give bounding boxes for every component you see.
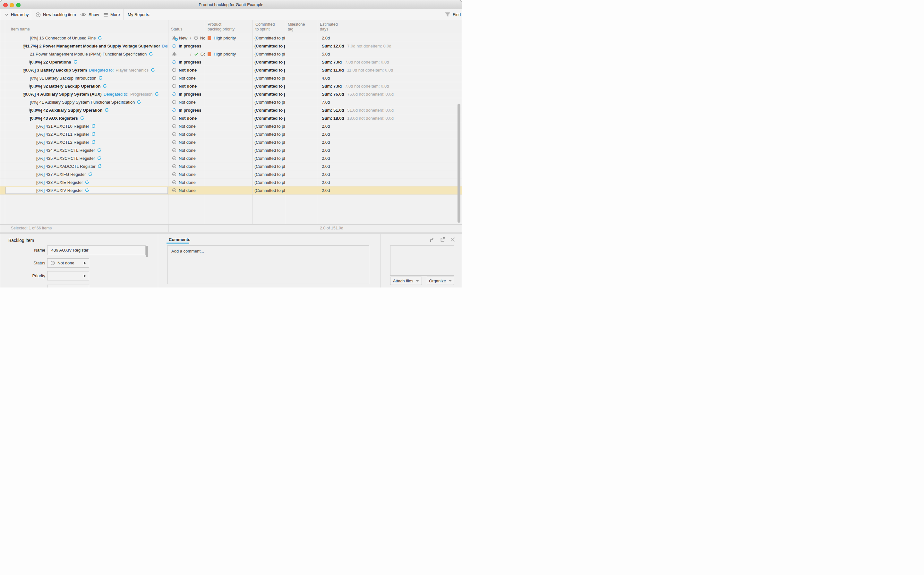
committed-cell[interactable]: (Committed to pla — [253, 186, 285, 194]
milestone-cell[interactable] — [285, 178, 317, 186]
estimated-cell[interactable]: 5.0d — [317, 50, 462, 58]
committed-cell[interactable]: (Committed to pla — [253, 74, 285, 82]
committed-cell[interactable]: (Committed to pla — [253, 34, 285, 42]
status-cell[interactable]: Not done — [168, 122, 205, 130]
item-name-cell[interactable]: [0%] 16 Connection of Unused Pins — [5, 34, 168, 42]
table-row[interactable]: [0.0%] 4 Auxiliary Supply System (AUX)De… — [0, 90, 462, 98]
committed-cell[interactable]: (Committed to pla — [253, 106, 285, 114]
priority-cell[interactable] — [205, 66, 253, 74]
table-row[interactable]: [0.0%] 42 Auxiliary Supply Operation In … — [0, 106, 462, 114]
priority-cell[interactable] — [205, 106, 253, 114]
status-cell[interactable]: Not done — [168, 74, 205, 82]
table-row[interactable]: [0.0%] 3 Battery Backup SystemDelegated … — [0, 66, 462, 74]
estimated-cell[interactable]: 2.0d — [317, 162, 462, 170]
status-cell[interactable]: Not done — [168, 66, 205, 74]
committed-cell[interactable]: (Committed to pla — [253, 98, 285, 106]
undock-panel-icon[interactable] — [429, 237, 435, 242]
item-name-cell[interactable]: [0.0%] 42 Auxiliary Supply Operation — [5, 106, 168, 114]
committed-cell[interactable]: (Committed to pla — [253, 50, 285, 58]
status-cell[interactable]: Not done — [168, 138, 205, 146]
item-name-cell[interactable]: [0%] 438 AUXIE Register — [5, 178, 168, 186]
attach-files-button[interactable]: Attach files — [390, 276, 422, 285]
status-cell[interactable]: Not done — [168, 154, 205, 162]
comment-input[interactable]: Add a comment... — [167, 245, 369, 284]
priority-cell[interactable] — [205, 74, 253, 82]
estimated-cell[interactable]: Sum: 11.0d 11.0d not doneItem: 0.0d — [317, 66, 462, 74]
column-header-estimated[interactable]: Estimateddays — [317, 20, 462, 34]
partial-field[interactable] — [47, 284, 89, 288]
priority-cell[interactable] — [205, 82, 253, 90]
estimated-cell[interactable]: 7.0d — [317, 98, 462, 106]
committed-cell[interactable]: (Committed to pla — [253, 178, 285, 186]
status-cell[interactable]: New / Not done — [168, 34, 205, 42]
table-row[interactable]: [0%] 435 AUX3CHCTL Register Not done (Co… — [0, 154, 462, 162]
item-name-cell[interactable]: [41.7%] 2 Power Management Module and Su… — [5, 42, 168, 50]
name-input[interactable]: 439 AUXIV Register — [47, 245, 146, 255]
column-header-status[interactable]: Status — [168, 20, 205, 34]
table-row[interactable]: [0.0%] 43 AUX Registers Not done (Commit… — [0, 114, 462, 122]
milestone-cell[interactable] — [285, 130, 317, 138]
item-name-cell[interactable]: [0.0%] 3 Battery Backup SystemDelegated … — [5, 66, 168, 74]
priority-cell[interactable] — [205, 186, 253, 194]
table-row[interactable]: [0%] 16 Connection of Unused Pins New / — [0, 34, 462, 42]
committed-cell[interactable]: (Committed to pla — [253, 82, 285, 90]
item-name-cell[interactable]: [0%] 436 AUXADCCTL Register — [5, 162, 168, 170]
priority-cell[interactable] — [205, 178, 253, 186]
table-row[interactable]: [0%] 31 Battery Backup Introduction Not … — [0, 74, 462, 82]
status-cell[interactable]: Not done — [168, 146, 205, 154]
priority-cell[interactable] — [205, 90, 253, 98]
committed-cell[interactable]: (Committed to pla — [253, 154, 285, 162]
estimated-cell[interactable]: Sum: 7.0d 7.0d not doneItem: 0.0d — [317, 58, 462, 66]
status-cell[interactable]: Not done — [168, 114, 205, 122]
item-name-cell[interactable]: [0.0%] 22 Operations — [5, 58, 168, 66]
milestone-cell[interactable] — [285, 162, 317, 170]
table-row[interactable]: [41.7%] 2 Power Management Module and Su… — [0, 42, 462, 50]
item-name-cell[interactable]: [0%] 31 Battery Backup Introduction — [5, 74, 168, 82]
item-name-cell[interactable]: [0%] 437 AUXIFG Register — [5, 170, 168, 178]
status-cell[interactable]: Not done — [168, 170, 205, 178]
delegated-to-link[interactable]: Delegated to: — [104, 92, 129, 97]
priority-dropdown[interactable] — [47, 271, 89, 280]
name-input-scrollbar[interactable] — [146, 246, 148, 257]
status-cell[interactable]: Not done — [168, 186, 205, 194]
item-name-cell[interactable]: [0%] 439 AUXIV Register — [5, 186, 168, 194]
table-row[interactable]: [0%] 432 AUXCTL1 Register Not done (Comm… — [0, 130, 462, 138]
item-name-cell[interactable]: [0.0%] 32 Battery Backup Operation — [5, 82, 168, 90]
milestone-cell[interactable] — [285, 66, 317, 74]
attachments-drop-area[interactable] — [390, 245, 454, 276]
item-name-cell[interactable]: [0%] 431 AUXCTL0 Register — [5, 122, 168, 130]
column-header-milestone[interactable]: Milestonetag — [285, 20, 317, 34]
committed-cell[interactable]: (Committed to pla — [253, 146, 285, 154]
table-row[interactable]: [0%] 431 AUXCTL0 Register Not done (Comm… — [0, 122, 462, 130]
milestone-cell[interactable] — [285, 90, 317, 98]
committed-cell[interactable]: (Committed to pla — [253, 170, 285, 178]
item-name-cell[interactable]: [0%] 432 AUXCTL1 Register — [5, 130, 168, 138]
table-row[interactable]: [0%] 437 AUXIFG Register Not done (Commi… — [0, 170, 462, 178]
estimated-cell[interactable]: 2.0d — [317, 34, 462, 42]
item-name-cell[interactable]: [0%] 41 Auxiliary Supply System Function… — [5, 98, 168, 106]
committed-cell[interactable]: (Committed to pla — [253, 122, 285, 130]
milestone-cell[interactable] — [285, 42, 317, 50]
committed-cell[interactable]: (Committed to pla — [253, 114, 285, 122]
estimated-cell[interactable]: 2.0d — [317, 154, 462, 162]
organize-button[interactable]: Organize — [427, 276, 454, 285]
table-vertical-scrollbar[interactable] — [457, 104, 460, 223]
new-backlog-item-button[interactable]: New backlog item — [36, 9, 76, 20]
popout-panel-icon[interactable] — [440, 237, 445, 242]
committed-cell[interactable]: (Committed to pla — [253, 66, 285, 74]
tab-comments[interactable]: Comments — [169, 237, 190, 242]
delegated-to-link[interactable]: Delegat — [162, 44, 168, 48]
milestone-cell[interactable] — [285, 186, 317, 194]
priority-cell[interactable] — [205, 98, 253, 106]
priority-cell[interactable] — [205, 42, 253, 50]
milestone-cell[interactable] — [285, 122, 317, 130]
milestone-cell[interactable] — [285, 58, 317, 66]
hierarchy-menu[interactable]: Hierarchy — [5, 9, 29, 20]
milestone-cell[interactable] — [285, 82, 317, 90]
table-row[interactable]: [0%] 436 AUXADCCTL Register Not done (Co… — [0, 162, 462, 170]
priority-cell[interactable] — [205, 170, 253, 178]
show-button[interactable]: Show — [80, 9, 99, 20]
milestone-cell[interactable] — [285, 138, 317, 146]
estimated-cell[interactable]: 2.0d — [317, 122, 462, 130]
milestone-cell[interactable] — [285, 98, 317, 106]
